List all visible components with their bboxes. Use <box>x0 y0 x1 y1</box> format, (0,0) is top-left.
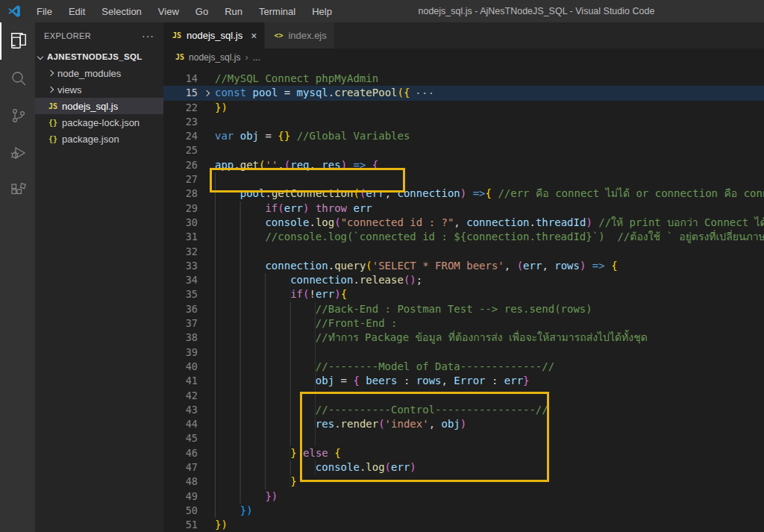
line-number[interactable]: 26 <box>163 158 198 172</box>
menu-item-go[interactable]: Go <box>189 4 215 19</box>
line-number[interactable]: 49 <box>163 489 198 504</box>
code-text: } else { <box>215 446 341 460</box>
sidebar-item-node_modules[interactable]: node_modules <box>35 65 163 81</box>
code-editor[interactable]: 14//MySQL Connect phpMyAdmin15const pool… <box>163 66 764 532</box>
line-number[interactable]: 22 <box>163 101 198 115</box>
code-line-33[interactable]: 33 connection.query('SELECT * FROM beers… <box>163 259 764 273</box>
extensions-icon[interactable] <box>0 172 35 209</box>
code-text: if(!err){ <box>215 287 347 301</box>
code-line-35[interactable]: 35 if(!err){ <box>163 287 764 301</box>
fold-slot <box>198 460 215 475</box>
source-control-icon[interactable] <box>0 97 35 134</box>
line-number[interactable]: 34 <box>163 273 198 287</box>
line-number[interactable]: 44 <box>163 417 198 431</box>
line-number[interactable]: 30 <box>163 216 198 230</box>
search-icon[interactable] <box>0 60 35 97</box>
fold-slot <box>198 446 215 460</box>
line-number[interactable]: 46 <box>163 446 198 460</box>
line-number[interactable]: 39 <box>163 345 198 360</box>
line-number[interactable]: 40 <box>163 360 198 374</box>
tab-index.ejs[interactable]: <>index.ejs <box>265 22 334 48</box>
menu-item-run[interactable]: Run <box>218 4 249 19</box>
code-line-29[interactable]: 29 if(err) throw err <box>163 201 764 216</box>
sidebar-item-package-lock.json[interactable]: {}package-lock.json <box>35 114 163 131</box>
code-line-28[interactable]: 28 pool.getConnection((err, connection) … <box>163 187 764 201</box>
line-number[interactable]: 31 <box>163 230 198 244</box>
code-line-41[interactable]: 41 obj = { beers : rows, Error : err} <box>163 374 764 388</box>
close-icon[interactable]: × <box>251 30 257 42</box>
code-line-24[interactable]: 24var obj = {} //Global Variables <box>163 129 764 143</box>
code-line-22[interactable]: 22}) <box>163 101 764 115</box>
fold-slot <box>198 172 215 187</box>
code-line-44[interactable]: 44 res.render('index', obj) <box>163 417 764 431</box>
code-line-25[interactable]: 25 <box>163 143 764 157</box>
sidebar-item-nodejs_sql.js[interactable]: JSnodejs_sql.js <box>35 98 163 114</box>
line-number[interactable]: 15 <box>163 86 198 100</box>
line-number[interactable]: 38 <box>163 331 198 345</box>
sidebar-item-package.json[interactable]: {}package.json <box>35 131 163 147</box>
line-number[interactable]: 48 <box>163 475 198 489</box>
menu-item-selection[interactable]: Selection <box>95 4 148 19</box>
line-number[interactable]: 45 <box>163 431 198 445</box>
line-number[interactable]: 32 <box>163 245 198 259</box>
menu-item-help[interactable]: Help <box>305 4 339 19</box>
code-line-32[interactable]: 32 <box>163 245 764 259</box>
code-line-45[interactable]: 45 <box>163 431 764 445</box>
line-number[interactable]: 41 <box>163 374 198 388</box>
explorer-actions-button[interactable]: ··· <box>142 30 154 42</box>
code-line-34[interactable]: 34 connection.release(); <box>163 273 764 287</box>
code-line-30[interactable]: 30 console.log("connected id : ?", conne… <box>163 216 764 230</box>
code-line-46[interactable]: 46 } else { <box>163 446 764 460</box>
line-number[interactable]: 29 <box>163 201 198 216</box>
code-line-51[interactable]: 51}) <box>163 518 764 532</box>
code-line-40[interactable]: 40 //--------Model of Data-------------/… <box>163 360 764 374</box>
sidebar-item-views[interactable]: views <box>35 81 163 98</box>
code-line-36[interactable]: 36 //Back-End : Postman Test --> res.sen… <box>163 302 764 316</box>
code-line-37[interactable]: 37 //Front-End : <box>163 316 764 331</box>
line-number[interactable]: 36 <box>163 302 198 316</box>
code-line-15[interactable]: 15const pool = mysql.createPool({··· <box>163 86 764 100</box>
breadcrumb[interactable]: JS nodejs_sql.js › ... <box>163 48 764 66</box>
line-number[interactable]: 28 <box>163 187 198 201</box>
line-number[interactable]: 33 <box>163 259 198 273</box>
explorer-icon[interactable] <box>0 22 35 60</box>
line-number[interactable]: 43 <box>163 403 198 417</box>
line-number[interactable]: 50 <box>163 504 198 518</box>
line-number[interactable]: 37 <box>163 316 198 331</box>
sidebar-section-root[interactable]: AJNESTNODEJS_SQL <box>35 48 163 65</box>
tab-nodejs_sql.js[interactable]: JSnodejs_sql.js× <box>163 22 265 48</box>
line-number[interactable]: 51 <box>163 518 198 532</box>
line-number[interactable]: 24 <box>163 129 198 143</box>
fold-collapsed-icon[interactable] <box>198 86 215 100</box>
chevron-right-icon <box>48 87 54 93</box>
code-line-42[interactable]: 42 <box>163 389 764 403</box>
line-number[interactable]: 27 <box>163 172 198 187</box>
ejs-icon: <> <box>274 31 283 40</box>
code-line-48[interactable]: 48 } <box>163 475 764 489</box>
code-line-39[interactable]: 39 <box>163 345 764 360</box>
fold-slot <box>198 129 215 143</box>
line-number[interactable]: 42 <box>163 389 198 403</box>
line-number[interactable]: 35 <box>163 287 198 301</box>
fold-slot <box>198 187 215 201</box>
code-line-47[interactable]: 47 console.log(err) <box>163 460 764 475</box>
code-line-14[interactable]: 14//MySQL Connect phpMyAdmin <box>163 72 764 86</box>
run-debug-icon[interactable] <box>0 134 35 172</box>
menu-item-file[interactable]: File <box>30 4 59 19</box>
code-line-50[interactable]: 50 }) <box>163 504 764 518</box>
code-line-26[interactable]: 26app.get('',(req, res) => { <box>163 158 764 172</box>
folded-region-badge[interactable]: ··· <box>415 87 434 98</box>
line-number[interactable]: 14 <box>163 72 198 86</box>
menu-item-edit[interactable]: Edit <box>62 4 92 19</box>
code-line-27[interactable]: 27 <box>163 172 764 187</box>
code-line-23[interactable]: 23 <box>163 115 764 129</box>
code-line-31[interactable]: 31 //console.log(`connected id : ${conne… <box>163 230 764 244</box>
menu-item-view[interactable]: View <box>151 4 186 19</box>
code-line-38[interactable]: 38 //ทำการ Package ข้อมูล ที่ต้องการส่ง … <box>163 331 764 345</box>
line-number[interactable]: 47 <box>163 460 198 475</box>
code-line-49[interactable]: 49 }) <box>163 489 764 504</box>
code-line-43[interactable]: 43 //----------Control----------------// <box>163 403 764 417</box>
line-number[interactable]: 23 <box>163 115 198 129</box>
menu-item-terminal[interactable]: Terminal <box>252 4 302 19</box>
line-number[interactable]: 25 <box>163 143 198 157</box>
